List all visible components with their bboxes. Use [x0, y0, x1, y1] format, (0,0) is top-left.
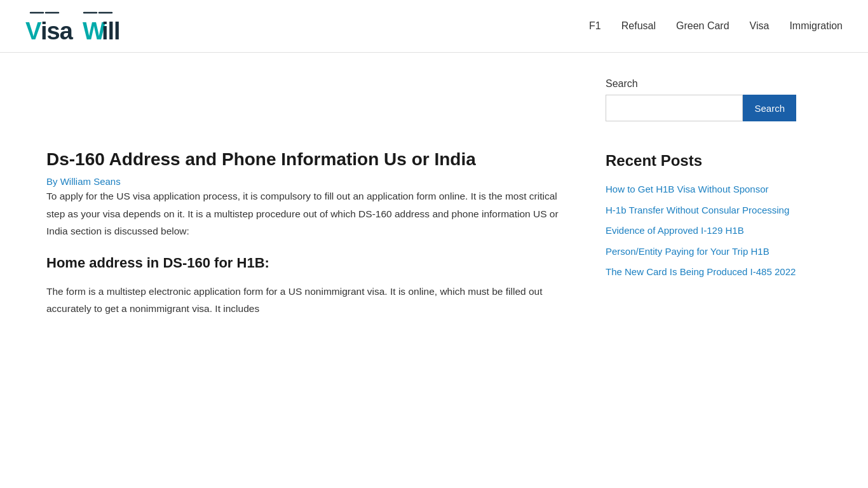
- section-body: The form is a multistep electronic appli…: [46, 283, 567, 317]
- recent-post-link-2[interactable]: H-1b Transfer Without Consular Processin…: [606, 203, 796, 218]
- page-wrapper: Ds-160 Address and Phone Information Us …: [21, 53, 847, 358]
- nav-item-refusal[interactable]: Refusal: [621, 20, 656, 32]
- ad-area: [46, 78, 567, 148]
- nav-item-f1[interactable]: F1: [589, 20, 601, 32]
- recent-posts-title: Recent Posts: [606, 152, 796, 170]
- list-item: Evidence of Approved I-129 H1B: [606, 224, 796, 242]
- svg-text:V: V: [25, 18, 42, 44]
- list-item: How to Get H1B Visa Without Sponsor: [606, 182, 796, 201]
- site-header: V isa W ill F1 Refusal Green Card Visa I…: [0, 0, 868, 53]
- sidebar: Search Search Recent Posts How to Get H1…: [606, 78, 796, 332]
- nav-item-green-card[interactable]: Green Card: [676, 20, 729, 32]
- logo[interactable]: V isa W ill: [25, 8, 143, 44]
- article-title: Ds-160 Address and Phone Information Us …: [46, 148, 567, 171]
- svg-text:ill: ill: [102, 18, 120, 44]
- section-heading: Home address in DS-160 for H1B:: [46, 255, 567, 271]
- recent-post-link-1[interactable]: How to Get H1B Visa Without Sponsor: [606, 182, 796, 197]
- recent-post-link-5[interactable]: The New Card Is Being Produced I-485 202…: [606, 265, 796, 280]
- list-item: The New Card Is Being Produced I-485 202…: [606, 265, 796, 283]
- list-item: Person/Entity Paying for Your Trip H1B: [606, 245, 796, 263]
- list-item: H-1b Transfer Without Consular Processin…: [606, 203, 796, 222]
- recent-post-link-4[interactable]: Person/Entity Paying for Your Trip H1B: [606, 245, 796, 259]
- svg-text:isa: isa: [41, 18, 74, 44]
- article-author[interactable]: By William Seans: [46, 176, 121, 187]
- recent-post-link-3[interactable]: Evidence of Approved I-129 H1B: [606, 224, 796, 238]
- search-label: Search: [606, 78, 796, 90]
- nav-item-visa[interactable]: Visa: [750, 20, 770, 32]
- main-content: Ds-160 Address and Phone Information Us …: [46, 78, 567, 332]
- main-nav: F1 Refusal Green Card Visa Immigration: [589, 20, 843, 32]
- search-box: Search: [606, 95, 796, 121]
- article-intro: To apply for the US visa application pro…: [46, 187, 567, 239]
- logo-decoration-icon: V isa W ill: [25, 8, 143, 44]
- search-button[interactable]: Search: [743, 95, 796, 121]
- search-input[interactable]: [606, 95, 743, 121]
- nav-item-immigration[interactable]: Immigration: [789, 20, 843, 32]
- article-body: To apply for the US visa application pro…: [46, 187, 567, 317]
- recent-posts-list: How to Get H1B Visa Without Sponsor H-1b…: [606, 182, 796, 283]
- logo-text: V isa W ill: [25, 8, 143, 44]
